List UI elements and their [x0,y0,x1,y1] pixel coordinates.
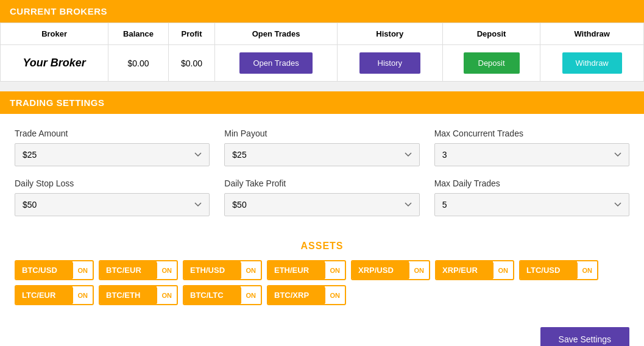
trading-settings-body: Trade Amount $25 $5 $10 $50 $100 Min Pay… [0,114,644,241]
asset-button[interactable]: BTC/USDON [15,260,94,280]
max-concurrent-select[interactable]: 3 1 2 4 5 [434,143,629,166]
open-trades-cell: Open Trades [215,45,337,82]
assets-grid: BTC/USDONBTC/EURONETH/USDONETH/EURONXRP/… [15,260,629,305]
broker-name-cell: Your Broker [1,45,108,82]
profit-cell: $0.00 [168,45,215,82]
max-concurrent-label: Max Concurrent Trades [434,129,629,138]
col-history: History [337,23,442,45]
min-payout-select[interactable]: $25 $5 $10 $50 $100 [224,143,419,166]
open-trades-button[interactable]: Open Trades [239,52,312,74]
daily-stop-loss-group: Daily Stop Loss $50 $10 $25 $100 [15,178,210,216]
asset-label: LTC/EUR [16,286,73,304]
asset-button[interactable]: ETH/USDON [183,260,262,280]
col-withdraw: Withdraw [540,23,644,45]
asset-label: BTC/ETH [100,286,157,304]
trading-settings-section: TRADING SETTINGS Trade Amount $25 $5 $10… [0,91,644,346]
assets-section: ASSETS BTC/USDONBTC/EURONETH/USDONETH/EU… [0,241,644,322]
asset-button[interactable]: BTC/EURON [99,260,178,280]
asset-label: ETH/USD [184,261,241,279]
asset-label: ETH/EUR [268,261,325,279]
col-open-trades: Open Trades [215,23,337,45]
asset-toggle[interactable]: ON [409,263,430,278]
col-balance: Balance [108,23,168,45]
save-row: Save Settings [0,322,644,346]
trade-amount-label: Trade Amount [15,129,210,138]
settings-row-1: Trade Amount $25 $5 $10 $50 $100 Min Pay… [15,129,629,166]
max-concurrent-group: Max Concurrent Trades 3 1 2 4 5 [434,129,629,166]
min-payout-label: Min Payout [224,129,419,138]
col-profit: Profit [168,23,215,45]
trade-amount-group: Trade Amount $25 $5 $10 $50 $100 [15,129,210,166]
asset-toggle[interactable]: ON [157,263,177,278]
asset-button[interactable]: BTC/XRPON [267,285,346,305]
asset-label: BTC/EUR [100,261,157,279]
asset-button[interactable]: LTC/EURON [15,285,94,305]
min-payout-group: Min Payout $25 $5 $10 $50 $100 [224,129,419,166]
daily-stop-loss-label: Daily Stop Loss [15,178,210,188]
asset-label: BTC/LTC [184,286,241,304]
asset-label: LTC/USD [520,261,577,279]
deposit-button[interactable]: Deposit [464,52,520,74]
brokers-table: Broker Balance Profit Open Trades Histor… [0,23,644,82]
asset-label: BTC/USD [16,261,73,279]
asset-toggle[interactable]: ON [73,263,93,278]
asset-toggle[interactable]: ON [73,288,93,303]
asset-toggle[interactable]: ON [241,288,261,303]
max-daily-trades-label: Max Daily Trades [434,178,629,188]
current-brokers-section: CURRENT BROKERS Broker Balance Profit Op… [0,0,644,82]
asset-button[interactable]: XRP/EURON [435,260,514,280]
trading-settings-header: TRADING SETTINGS [0,91,644,114]
save-settings-button[interactable]: Save Settings [540,327,629,346]
asset-toggle[interactable]: ON [325,288,345,303]
asset-button[interactable]: XRP/USDON [351,260,430,280]
withdraw-button[interactable]: Withdraw [562,52,622,74]
history-cell: History [337,45,442,82]
daily-stop-loss-select[interactable]: $50 $10 $25 $100 [15,193,210,216]
asset-toggle[interactable]: ON [577,263,598,278]
asset-button[interactable]: BTC/ETHON [99,285,178,305]
daily-take-profit-group: Daily Take Profit $50 $10 $25 $100 [224,178,419,216]
deposit-cell: Deposit [442,45,540,82]
assets-title: ASSETS [15,241,629,252]
asset-label: BTC/XRP [268,286,325,304]
max-daily-trades-group: Max Daily Trades 5 1 2 3 10 [434,178,629,216]
asset-label: XRP/EUR [436,261,493,279]
asset-button[interactable]: BTC/LTCON [183,285,262,305]
broker-row: Your Broker $0.00 $0.00 Open Trades Hist… [1,45,644,82]
history-button[interactable]: History [359,52,420,74]
asset-toggle[interactable]: ON [493,263,514,278]
col-deposit: Deposit [442,23,540,45]
broker-name: Your Broker [23,57,85,69]
asset-toggle[interactable]: ON [157,288,177,303]
asset-toggle[interactable]: ON [241,263,261,278]
asset-button[interactable]: LTC/USDON [519,260,598,280]
withdraw-cell: Withdraw [540,45,644,82]
asset-label: XRP/USD [352,261,409,279]
trade-amount-select[interactable]: $25 $5 $10 $50 $100 [15,143,210,166]
max-daily-trades-select[interactable]: 5 1 2 3 10 [434,193,629,216]
daily-take-profit-label: Daily Take Profit [224,178,419,188]
balance-cell: $0.00 [108,45,168,82]
daily-take-profit-select[interactable]: $50 $10 $25 $100 [224,193,419,216]
col-broker: Broker [1,23,108,45]
asset-button[interactable]: ETH/EURON [267,260,346,280]
current-brokers-header: CURRENT BROKERS [0,0,644,23]
settings-row-2: Daily Stop Loss $50 $10 $25 $100 Daily T… [15,178,629,216]
asset-toggle[interactable]: ON [325,263,345,278]
